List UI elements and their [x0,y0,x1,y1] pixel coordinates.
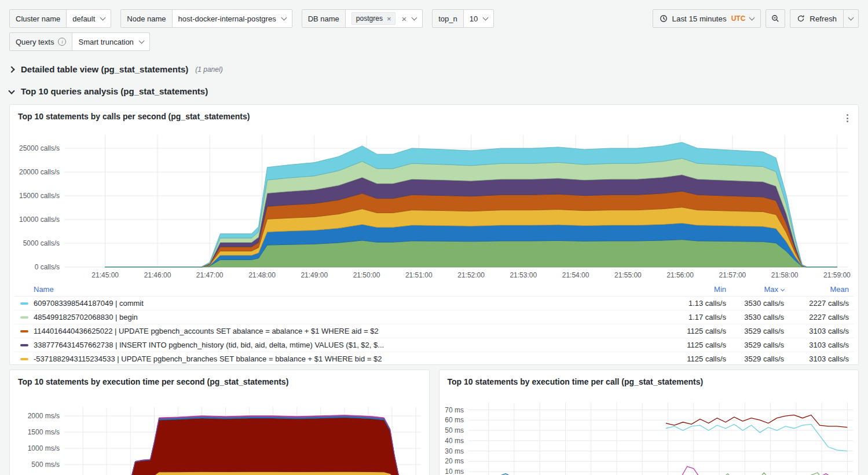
refresh-split-button: Refresh [790,9,859,28]
svg-text:25000 calls/s: 25000 calls/s [19,144,60,152]
legend-header-mean[interactable]: Mean [784,285,849,294]
legend-max-value: 3529 calls/s [726,327,784,335]
svg-text:21:47:00: 21:47:00 [196,271,224,279]
svg-text:21:56:00: 21:56:00 [666,271,694,279]
svg-text:20000 calls/s: 20000 calls/s [19,168,60,176]
chevron-down-icon [483,14,489,20]
legend-series-name[interactable]: -5371882943115234533 | UPDATE pgbench_br… [34,355,665,363]
svg-text:20 ms: 20 ms [445,457,464,465]
legend-series-name[interactable]: 3387776431457662738 | INSERT INTO pgbenc… [34,341,665,349]
chevron-down-icon [749,14,755,20]
time-range-picker-button[interactable]: Last 15 minutes UTC [653,9,761,28]
panel-exec-time-per-call: Top 10 statements by execution time per … [439,370,859,475]
svg-text:21:59:00: 21:59:00 [823,271,851,279]
legend-mean-value: 3103 calls/s [784,355,849,363]
svg-text:21:54:00: 21:54:00 [562,271,589,279]
svg-text:60 ms: 60 ms [445,416,464,424]
node-name-value: host-docker-internal-postgres [178,14,276,23]
toolbar-row-2: Query texts Smart truncation [9,32,859,51]
chevron-down-icon [138,38,144,43]
info-icon[interactable] [58,38,66,46]
remove-tag-icon[interactable] [387,15,391,23]
legend-mean-value: 3103 calls/s [784,327,849,335]
legend-series-name[interactable]: 1144016440436625022 | UPDATE pgbench_acc… [34,327,665,335]
svg-text:21:49:00: 21:49:00 [301,271,328,279]
node-name-control: Node name host-docker-internal-postgres [120,9,292,28]
svg-text:10 ms: 10 ms [445,467,464,475]
svg-text:500 ms/s: 500 ms/s [31,461,60,469]
legend-series-name[interactable]: 4854991825702068830 | begin [34,313,665,321]
db-name-tag-value: postgres [356,14,383,23]
panel-menu-icon[interactable] [845,112,850,124]
node-name-select[interactable]: host-docker-internal-postgres [172,9,292,28]
refresh-icon [797,14,805,23]
chart-legend: Name Min Max Mean 6097083398544187049 | … [14,283,854,366]
svg-text:21:58:00: 21:58:00 [771,271,799,279]
chevron-down-icon [8,87,14,94]
chart-svg[interactable]: 0 ms10 ms20 ms30 ms40 ms50 ms60 ms70 ms [444,397,855,475]
svg-text:10000 calls/s: 10000 calls/s [19,215,60,224]
top-n-control: top_n 10 [432,9,494,28]
query-texts-control: Query texts Smart truncation [9,32,150,51]
series-color-swatch [20,344,28,346]
svg-text:21:55:00: 21:55:00 [614,271,642,279]
legend-min-value: 1.13 calls/s [665,299,726,308]
legend-row: 6097083398544187049 | commit1.13 calls/s… [14,297,854,310]
refresh-button[interactable]: Refresh [790,9,844,28]
query-texts-select[interactable]: Smart truncation [72,32,149,51]
legend-max-value: 3530 calls/s [726,313,784,321]
svg-text:15000 calls/s: 15000 calls/s [19,192,60,200]
refresh-label: Refresh [810,14,837,23]
legend-header-max[interactable]: Max [726,285,784,294]
refresh-interval-button[interactable] [843,9,859,28]
section-panel-count: (1 panel) [195,65,222,74]
section-title: Detailed table view (pg_stat_statements) [21,64,188,75]
clock-icon [660,14,668,23]
svg-text:21:45:00: 21:45:00 [91,271,119,279]
legend-row: -5371882943115234533 | UPDATE pgbench_br… [14,352,854,366]
legend-max-value: 3529 calls/s [726,341,784,349]
zoom-out-icon [771,14,779,23]
section-top10-queries[interactable]: Top 10 queries analysis (pg_stat_stateme… [9,86,859,97]
time-controls: Last 15 minutes UTC Refresh [653,9,859,28]
series-color-swatch [20,302,28,305]
legend-min-value: 1125 calls/s [665,341,726,349]
svg-text:21:57:00: 21:57:00 [719,271,746,279]
calls-per-second-chart[interactable]: 21:45:0021:46:0021:47:0021:48:0021:49:00… [14,131,854,283]
chevron-down-icon [412,14,417,20]
exec-time-per-call-chart[interactable]: 0 ms10 ms20 ms30 ms40 ms50 ms60 ms70 ms [444,397,854,475]
panel-title[interactable]: Top 10 statements by execution time per … [444,374,854,390]
timezone-label: UTC [731,14,746,23]
chart-svg[interactable]: 0 ms/s500 ms/s1000 ms/s1500 ms/s2000 ms/… [14,397,425,475]
panel-title[interactable]: Top 10 statements by calls per second (p… [14,108,854,125]
top-n-select[interactable]: 10 [463,9,494,28]
svg-text:40 ms: 40 ms [445,437,464,445]
db-name-tag: postgres [351,12,396,25]
panel-title[interactable]: Top 10 statements by execution time per … [14,374,424,390]
db-name-select[interactable]: postgres [345,9,423,28]
chevron-down-icon [848,14,854,20]
zoom-out-time-button[interactable] [766,9,785,28]
clear-selection-icon[interactable] [401,14,406,23]
exec-time-per-second-chart[interactable]: 0 ms/s500 ms/s1000 ms/s1500 ms/s2000 ms/… [14,397,424,475]
svg-text:70 ms: 70 ms [445,406,464,414]
legend-mean-value: 3103 calls/s [784,341,849,349]
legend-header: Name Min Max Mean [14,283,854,297]
cluster-name-select[interactable]: default [66,9,111,28]
legend-header-min[interactable]: Min [665,285,726,294]
legend-header-name[interactable]: Name [34,285,665,294]
top-n-label: top_n [432,9,464,28]
legend-min-value: 1.17 calls/s [665,313,726,321]
series-color-swatch [20,358,28,360]
section-detailed-table-view[interactable]: Detailed table view (pg_stat_statements)… [9,64,859,75]
toolbar-row-1: Cluster name default Node name host-dock… [9,9,859,28]
panel-exec-time-per-second: Top 10 statements by execution time per … [9,370,430,475]
query-texts-label: Query texts [9,32,72,51]
legend-series-name[interactable]: 6097083398544187049 | commit [34,299,665,308]
legend-row: 1144016440436625022 | UPDATE pgbench_acc… [14,324,854,338]
cluster-name-label: Cluster name [9,9,67,28]
svg-text:5000 calls/s: 5000 calls/s [23,239,60,247]
top-n-value: 10 [470,14,478,23]
chart-svg[interactable]: 21:45:0021:46:0021:47:0021:48:0021:49:00… [14,131,855,281]
legend-min-value: 1125 calls/s [665,327,726,335]
